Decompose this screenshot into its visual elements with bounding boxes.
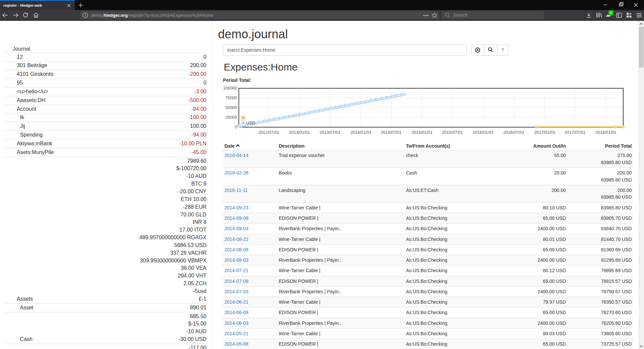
- svg-text:2013/07/01: 2013/07/01: [319, 130, 340, 135]
- svg-text:25000: 25000: [225, 115, 237, 120]
- svg-text:2017/07/01: 2017/07/01: [565, 130, 586, 135]
- svg-text:USD: USD: [246, 120, 255, 126]
- svg-text:2015/07/01: 2015/07/01: [442, 130, 463, 135]
- svg-text:50000: 50000: [225, 105, 237, 110]
- svg-text:2014/07/01: 2014/07/01: [381, 130, 402, 135]
- svg-text:75000: 75000: [225, 96, 237, 100]
- svg-text:2013/01/01: 2013/01/01: [289, 130, 310, 135]
- svg-text:2015/01/01: 2015/01/01: [412, 130, 433, 135]
- svg-text:2018/01/01: 2018/01/01: [595, 130, 616, 135]
- svg-text:2017/01/01: 2017/01/01: [534, 130, 555, 135]
- svg-text:2016/01/01: 2016/01/01: [473, 130, 494, 135]
- svg-text:2012/07/01: 2012/07/01: [258, 130, 279, 135]
- svg-text:0: 0: [235, 125, 237, 130]
- svg-text:2016/07/01: 2016/07/01: [503, 130, 525, 135]
- svg-text:2014/01/01: 2014/01/01: [350, 130, 371, 135]
- svg-text:100000: 100000: [223, 86, 237, 91]
